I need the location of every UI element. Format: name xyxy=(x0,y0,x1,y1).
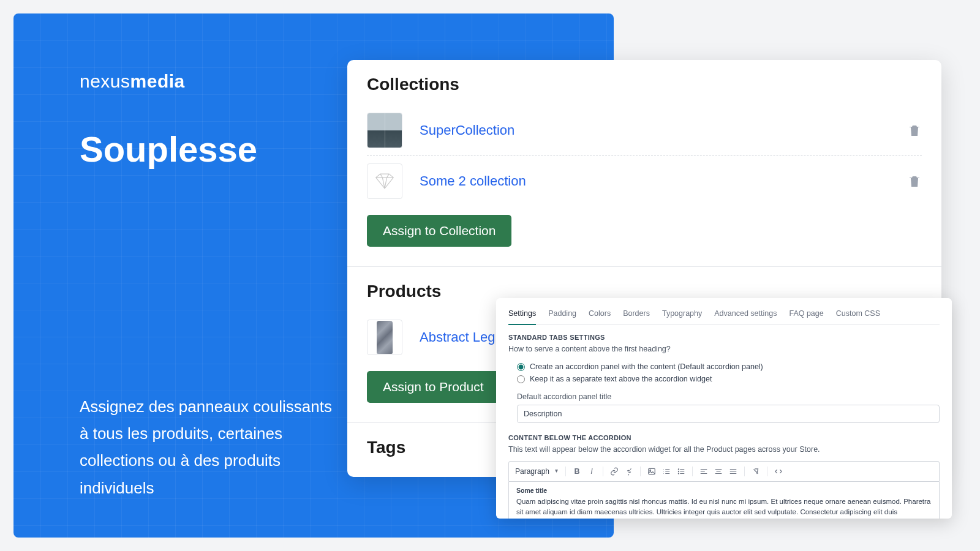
default-title-label: Default accordion panel title xyxy=(517,392,940,401)
tab-colors[interactable]: Colors xyxy=(589,307,611,324)
align-center-icon[interactable] xyxy=(712,465,725,478)
diamond-icon xyxy=(373,170,396,193)
assign-to-collection-button[interactable]: Assign to Collection xyxy=(367,215,511,247)
collection-link[interactable]: SuperCollection xyxy=(420,122,907,138)
default-title-input[interactable] xyxy=(517,405,940,423)
radio-accordion-label: Create an accordion panel with the conte… xyxy=(530,362,763,371)
tab-custom-css[interactable]: Custom CSS xyxy=(836,307,880,324)
settings-card: Settings Padding Colors Borders Typograp… xyxy=(496,298,952,519)
radio-accordion-input[interactable] xyxy=(517,363,525,371)
standard-tabs-heading: STANDARD TABS SETTINGS xyxy=(508,334,940,341)
editor-text: Quam adipiscing vitae proin sagittis nis… xyxy=(516,497,932,517)
radio-option-accordion[interactable]: Create an accordion panel with the conte… xyxy=(517,361,940,373)
paragraph-select[interactable]: Paragraph xyxy=(515,467,560,476)
link-icon[interactable] xyxy=(608,465,620,478)
tab-typography[interactable]: Typography xyxy=(662,307,702,324)
trash-icon[interactable] xyxy=(907,174,922,189)
brand-logo: nexusmedia xyxy=(80,71,185,92)
collection-row: SuperCollection xyxy=(367,105,922,156)
collection-link[interactable]: Some 2 collection xyxy=(420,173,907,189)
clear-format-icon[interactable] xyxy=(750,465,762,478)
tab-padding[interactable]: Padding xyxy=(548,307,576,324)
content-below-heading: CONTENT BELOW THE ACCORDION xyxy=(508,434,940,441)
editor-body[interactable]: Some title Quam adipiscing vitae proin s… xyxy=(508,481,940,519)
collections-section: Collections SuperCollection Some 2 colle… xyxy=(347,60,941,267)
italic-icon[interactable]: I xyxy=(586,465,598,478)
hero-blurb: Assignez des panneaux coulissants à tous… xyxy=(80,393,337,501)
legging-icon xyxy=(377,321,393,354)
assign-to-product-button[interactable]: Assign to Product xyxy=(367,371,500,403)
radio-separate-label: Keep it as a separate text above the acc… xyxy=(530,375,712,383)
svg-point-3 xyxy=(678,471,679,471)
svg-point-2 xyxy=(678,469,679,470)
tab-borders[interactable]: Borders xyxy=(623,307,650,324)
ordered-list-icon[interactable] xyxy=(660,465,673,478)
settings-tabs: Settings Padding Colors Borders Typograp… xyxy=(508,307,940,325)
bold-icon[interactable]: B xyxy=(571,465,583,478)
brand-prefix: nexus xyxy=(80,71,130,91)
svg-point-4 xyxy=(678,473,679,474)
standard-tabs-sub: How to serve a content above the first h… xyxy=(508,345,940,353)
page-title: Souplesse xyxy=(80,129,257,170)
editor-inline-heading: Some title xyxy=(516,487,932,494)
collection-thumbnail xyxy=(367,113,402,148)
code-icon[interactable] xyxy=(772,465,785,478)
tab-faq[interactable]: FAQ page xyxy=(789,307,823,324)
tab-advanced[interactable]: Advanced settings xyxy=(714,307,777,324)
align-left-icon[interactable] xyxy=(698,465,710,478)
collections-title: Collections xyxy=(367,75,922,94)
collection-row: Some 2 collection xyxy=(367,156,922,206)
collection-thumbnail xyxy=(367,163,402,199)
editor-toolbar: Paragraph B I xyxy=(508,461,940,481)
radio-option-separate[interactable]: Keep it as a separate text above the acc… xyxy=(517,373,940,385)
product-thumbnail xyxy=(367,320,402,355)
unlink-icon[interactable] xyxy=(623,465,635,478)
image-icon[interactable] xyxy=(646,465,658,478)
brand-suffix: media xyxy=(130,71,185,91)
radio-separate-input[interactable] xyxy=(517,375,525,383)
unordered-list-icon[interactable] xyxy=(675,465,687,478)
trash-icon[interactable] xyxy=(907,123,922,138)
svg-point-1 xyxy=(650,470,651,471)
content-below-sub: This text will appear below the accordio… xyxy=(508,445,940,454)
tab-settings[interactable]: Settings xyxy=(508,307,536,325)
align-justify-icon[interactable] xyxy=(727,465,739,478)
